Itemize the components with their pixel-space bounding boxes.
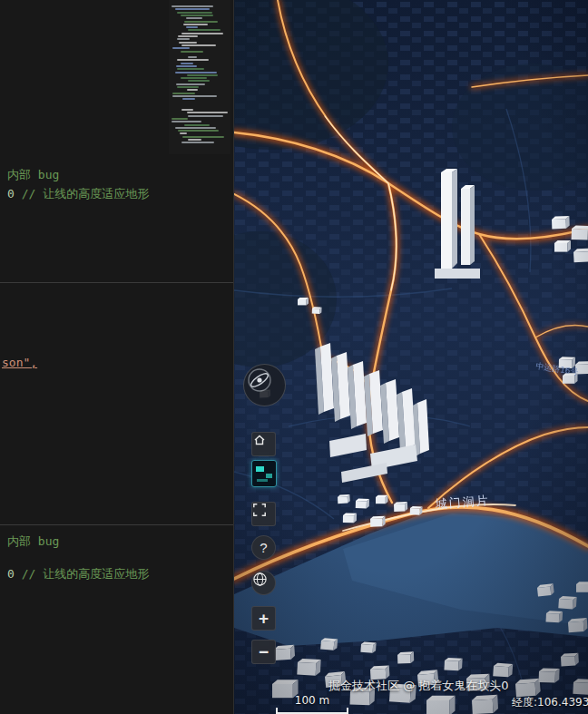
minimap-thumbnail: [257, 479, 268, 482]
home-button[interactable]: [251, 432, 276, 456]
minimap-code-line: [182, 98, 195, 100]
code-string-fragment: son",: [2, 356, 37, 369]
minimap-code-line: [180, 132, 187, 134]
globe-icon: [252, 572, 268, 587]
minimap-code-line: [187, 74, 218, 76]
coordinate-readout: 经度:106.4393: [512, 695, 588, 710]
minimap-code-line: [176, 65, 197, 67]
minimap-code-line: [172, 121, 201, 122]
minimap-code-line: [172, 5, 213, 7]
help-button[interactable]: ?: [251, 535, 276, 560]
zoom-out-button[interactable]: −: [251, 640, 276, 664]
minimap-code-line: [181, 77, 207, 79]
minimap-toggle[interactable]: [251, 460, 277, 487]
fullscreen-icon: [252, 503, 267, 517]
scale-bar-line: [276, 708, 348, 714]
minimap-thumbnail: [256, 466, 264, 472]
minimap-code-line: [172, 47, 190, 49]
minimap-code-line: [186, 26, 198, 28]
fullscreen-button[interactable]: [251, 502, 276, 526]
minimap-code-line: [176, 83, 205, 85]
app-window: 内部 bug 0 // 让线的高度适应地形 son", 内部 bug 0 // …: [0, 0, 588, 714]
help-icon: ?: [260, 541, 267, 554]
minimap-code-line: [178, 35, 198, 37]
minimap-code-line: [183, 24, 208, 25]
minimap-code-line: [186, 17, 202, 19]
minimap-code-line: [181, 44, 216, 46]
map-scene: 中运路16号 城门涧片: [234, 0, 588, 714]
code-number: 0: [7, 187, 15, 201]
minimap-code-line: [175, 8, 210, 10]
code-line: 0 // 让线的高度适应地形: [7, 566, 149, 582]
minimap-code-line: [182, 136, 224, 138]
minimap-code-line: [181, 51, 203, 53]
plus-icon: +: [259, 610, 269, 627]
minimap-code-line: [175, 72, 217, 73]
editor-minimap[interactable]: [169, 0, 230, 154]
minimap-code-line: [188, 115, 223, 117]
minimap-thumbnail: [266, 474, 272, 478]
minimap-code-line: [188, 139, 201, 141]
code-line-comment: 内部 bug: [7, 167, 59, 183]
code-comment: // 让线的高度适应地形: [22, 187, 149, 201]
home-icon: [252, 433, 267, 447]
minimap-code-line: [172, 118, 188, 120]
code-number: 0: [7, 567, 15, 581]
minimap-code-line: [181, 109, 193, 111]
minimap-code-line: [177, 68, 204, 70]
minimap-code-line: [188, 56, 197, 58]
minimap-code-line: [181, 33, 223, 34]
code-editor[interactable]: 内部 bug 0 // 让线的高度适应地形 son", 内部 bug 0 // …: [0, 0, 234, 714]
minimap-code-line: [177, 12, 212, 14]
minimap-code-line: [181, 15, 213, 16]
globe-button[interactable]: [251, 571, 276, 595]
minimap-code-line: [172, 95, 217, 97]
compass-icon: [244, 365, 275, 396]
minimap-code-line: [184, 124, 210, 126]
minimap-code-line: [172, 93, 195, 94]
minimap-code-line: [178, 130, 219, 132]
minimap-code-line: [184, 21, 218, 23]
editor-split-divider[interactable]: [0, 524, 233, 525]
editor-split-divider[interactable]: [0, 282, 233, 283]
map-3d-viewport[interactable]: 中运路16号 城门涧片: [234, 0, 588, 714]
minimap-code-line: [179, 42, 197, 44]
code-line-comment: 内部 bug: [7, 533, 59, 550]
minimap-code-line: [177, 38, 190, 40]
minimap-code-line: [177, 86, 199, 88]
code-comment: // 让线的高度适应地形: [22, 567, 149, 581]
watermark-text: 掘金技术社区 @ 抱着女鬼在坟头0: [328, 678, 509, 694]
compass-button[interactable]: [243, 364, 286, 406]
minimap-code-line: [177, 59, 209, 61]
minimap-code-line: [181, 142, 214, 143]
code-line: 0 // 让线的高度适应地形: [7, 186, 149, 202]
zoom-in-button[interactable]: +: [251, 606, 276, 631]
minus-icon: −: [259, 643, 269, 660]
minimap-code-line: [187, 89, 198, 91]
minimap-code-line: [188, 80, 210, 82]
scale-label: 100 m: [295, 694, 329, 707]
minimap-code-line: [175, 127, 216, 129]
minimap-code-line: [188, 29, 220, 31]
scale-bar: 100 m: [276, 694, 348, 714]
vignette-overlay: [234, 0, 588, 714]
minimap-code-line: [181, 63, 193, 64]
minimap-code-line: [187, 112, 228, 113]
